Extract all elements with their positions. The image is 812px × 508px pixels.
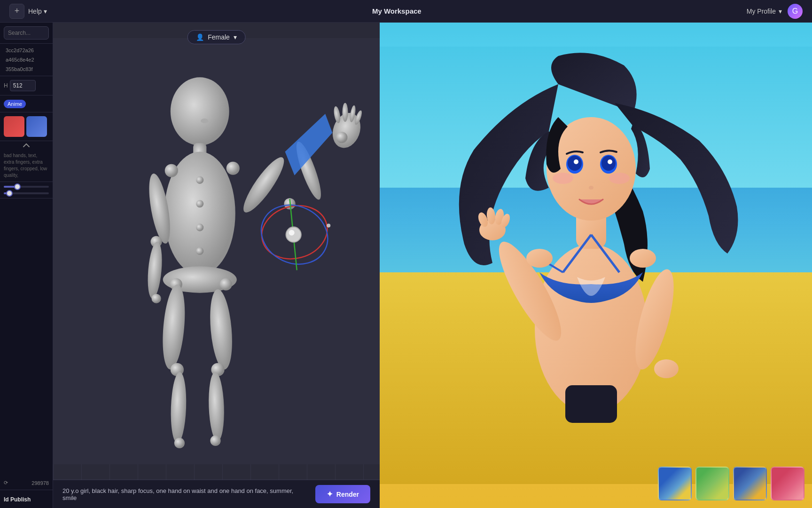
sidebar-item-id1[interactable]: 3cc2d72a26: [4, 47, 49, 54]
my-profile-button[interactable]: My Profile ▾: [747, 8, 782, 15]
topbar-left: + Help ▾: [9, 4, 47, 19]
help-label: Help: [28, 8, 42, 15]
help-chevron-icon: ▾: [44, 8, 47, 15]
image-background: [380, 23, 812, 508]
svg-point-56: [589, 186, 593, 190]
sidebar-thumbnails: [0, 112, 53, 141]
avatar-icon: G: [792, 7, 798, 16]
svg-point-6: [226, 162, 240, 175]
sidebar-bottom: ⟳ 298978: [0, 476, 53, 490]
svg-point-19: [289, 230, 295, 236]
topbar: + Help ▾ My Workspace My Profile ▾ G: [0, 0, 812, 23]
svg-point-67: [654, 359, 679, 378]
svg-point-2: [201, 119, 208, 123]
publish-label: Id Publish: [4, 496, 31, 503]
sidebar-style-section: Anime: [0, 95, 53, 112]
sidebar: 3cc2d72a26 a465c8e4e2 355ba0c83f H Anime…: [0, 23, 53, 508]
svg-point-41: [327, 224, 330, 228]
sidebar-publish: Id Publish: [0, 490, 53, 508]
add-button[interactable]: +: [9, 4, 24, 19]
svg-point-69: [526, 249, 553, 268]
slider-1[interactable]: [4, 186, 49, 188]
svg-point-1: [171, 77, 229, 145]
svg-point-37: [196, 176, 203, 184]
help-button[interactable]: Help ▾: [28, 8, 47, 15]
sidebar-search-area: [0, 23, 53, 44]
profile-chevron-icon: ▾: [779, 8, 782, 15]
strip-thumb-4[interactable]: [771, 467, 804, 500]
gender-chevron-icon: ▾: [234, 33, 237, 41]
pose-canvas[interactable]: [53, 23, 380, 480]
svg-point-36: [210, 436, 220, 446]
sidebar-ids-list: 3cc2d72a26 a465c8e4e2 355ba0c83f: [0, 44, 53, 76]
seed-value: 298978: [31, 480, 49, 486]
person-icon: 👤: [196, 33, 204, 41]
seed-toggle[interactable]: ⟳: [4, 480, 8, 486]
negative-prompt-text: bad hands, text, extra fingers, extra fi…: [0, 150, 53, 182]
svg-point-25: [336, 132, 347, 143]
svg-point-39: [196, 224, 203, 231]
svg-point-53: [608, 159, 612, 164]
expand-button[interactable]: [0, 141, 53, 150]
svg-rect-68: [565, 385, 617, 423]
render-button-label: Render: [336, 491, 359, 498]
sidebar-thumb-1[interactable]: [4, 116, 24, 137]
height-row: H: [4, 80, 49, 91]
slider-1-thumb[interactable]: [14, 183, 21, 190]
svg-point-50: [574, 159, 578, 164]
svg-point-55: [609, 173, 630, 184]
render-icon: ✦: [327, 490, 333, 499]
svg-point-54: [553, 173, 573, 184]
gender-selector: 👤 Female ▾: [187, 30, 246, 44]
sidebar-thumb-2[interactable]: [26, 116, 47, 137]
svg-point-70: [630, 249, 656, 268]
svg-point-10: [152, 294, 161, 303]
slider-2-thumb[interactable]: [6, 190, 13, 197]
height-label: H: [4, 82, 8, 89]
thumbnail-strip: [658, 467, 804, 500]
my-profile-label: My Profile: [747, 8, 776, 15]
gender-label: Female: [208, 33, 230, 41]
sidebar-sliders: [0, 182, 53, 198]
gender-button[interactable]: 👤 Female ▾: [187, 30, 246, 44]
workspace-title: My Workspace: [372, 7, 422, 15]
svg-point-22: [342, 103, 348, 122]
height-input[interactable]: [10, 80, 36, 91]
render-button[interactable]: ✦ Render: [315, 485, 370, 503]
pose-editor-panel: 👤 Female ▾: [53, 23, 380, 508]
svg-point-38: [196, 200, 203, 207]
sidebar-item-id2[interactable]: a465c8e4e2: [4, 56, 49, 64]
svg-point-32: [174, 438, 185, 448]
pose-figure-svg: [53, 23, 380, 480]
user-avatar[interactable]: G: [788, 4, 803, 19]
svg-point-40: [196, 247, 203, 255]
anime-character-svg: [380, 47, 812, 484]
generated-image-panel: [380, 23, 812, 508]
prompt-text: 20 y.o girl, black hair, sharp focus, on…: [62, 487, 308, 501]
sidebar-size-section: H: [0, 76, 53, 95]
strip-thumb-2[interactable]: [695, 467, 729, 500]
main-layout: 3cc2d72a26 a465c8e4e2 355ba0c83f H Anime…: [0, 23, 812, 508]
generated-image: [380, 23, 812, 508]
slider-2[interactable]: [4, 192, 49, 194]
prompt-bar: 20 y.o girl, black hair, sharp focus, on…: [53, 480, 380, 508]
search-input[interactable]: [4, 26, 49, 40]
style-badge[interactable]: Anime: [4, 100, 26, 108]
strip-thumb-3[interactable]: [733, 467, 767, 500]
topbar-right: My Profile ▾ G: [747, 4, 803, 19]
sidebar-item-id3[interactable]: 355ba0c83f: [4, 65, 49, 73]
svg-point-28: [220, 278, 232, 290]
svg-point-5: [165, 164, 178, 177]
strip-thumb-1[interactable]: [658, 467, 692, 500]
